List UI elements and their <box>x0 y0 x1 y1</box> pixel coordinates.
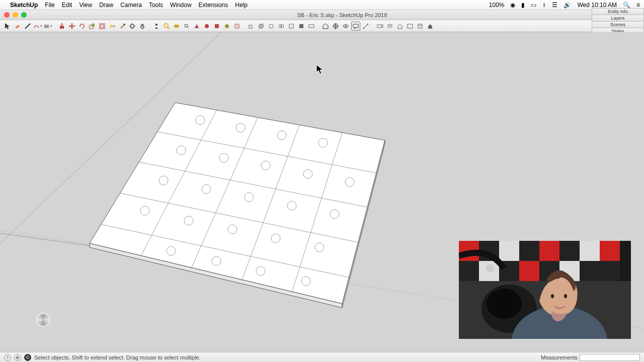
svg-rect-5 <box>92 24 95 27</box>
mac-menubar: SketchUp File Edit View Draw Camera Tool… <box>0 0 644 10</box>
menu-extensions[interactable]: Extensions <box>199 2 228 9</box>
status-info-icon[interactable]: ? <box>4 354 11 361</box>
home-icon[interactable] <box>395 22 405 31</box>
pushpull-tool-icon[interactable] <box>57 22 66 31</box>
rotate-tool-icon[interactable] <box>77 22 87 31</box>
zoom-tool-icon[interactable] <box>162 22 171 31</box>
svg-line-15 <box>168 27 169 29</box>
modeling-viewport[interactable] <box>0 32 644 352</box>
svg-rect-34 <box>353 24 358 28</box>
menu-edit[interactable]: Edit <box>62 2 72 9</box>
svg-point-63 <box>303 169 312 178</box>
offset-tool-icon[interactable] <box>98 22 107 31</box>
menu-draw[interactable]: Draw <box>99 2 113 9</box>
solid6-icon[interactable] <box>297 22 306 31</box>
extension3-icon[interactable] <box>212 22 221 31</box>
window-titlebar: SB - Eric S.skp - SketchUp Pro 2018 <box>0 10 644 20</box>
solid3-icon[interactable] <box>267 22 276 31</box>
svg-point-69 <box>330 210 339 219</box>
extension4-icon[interactable] <box>222 22 231 31</box>
menu-file[interactable]: File <box>45 2 54 9</box>
svg-rect-86 <box>580 241 600 261</box>
svg-point-20 <box>205 24 209 28</box>
globe-icon[interactable] <box>331 22 340 31</box>
person-tool-icon[interactable] <box>152 22 161 31</box>
extension2-icon[interactable] <box>202 22 211 31</box>
paint-tool-icon[interactable] <box>118 22 127 31</box>
puzzle-model[interactable] <box>90 103 385 308</box>
extension1-icon[interactable] <box>192 22 201 31</box>
clock[interactable]: Wed 10:10 AM <box>577 2 617 9</box>
svg-rect-84 <box>539 241 559 261</box>
eye-icon[interactable] <box>341 22 350 31</box>
shadow-icon[interactable] <box>426 22 435 31</box>
svg-point-72 <box>228 225 237 234</box>
tray-layers[interactable]: Layers <box>592 15 644 21</box>
svg-point-71 <box>184 216 193 225</box>
section-tool-icon[interactable] <box>172 22 181 31</box>
battery-icon[interactable]: ▮ <box>521 2 525 9</box>
menu-camera[interactable]: Camera <box>120 2 142 9</box>
menu-help[interactable]: Help <box>235 2 248 9</box>
bluetooth-icon[interactable]: ᚼ <box>542 2 546 9</box>
notifications-icon[interactable]: ≡ <box>636 2 640 9</box>
select-tool-icon[interactable] <box>3 22 12 31</box>
move-tool-icon[interactable] <box>67 22 76 31</box>
style-icon[interactable] <box>416 22 425 31</box>
menu-window[interactable]: Window <box>170 2 192 9</box>
rectangle-tool-icon[interactable] <box>43 22 52 31</box>
tape-tool-icon[interactable] <box>108 22 117 31</box>
siri-icon[interactable]: ◉ <box>510 2 515 9</box>
svg-rect-39 <box>408 24 413 28</box>
svg-point-33 <box>345 25 347 27</box>
svg-rect-40 <box>418 24 422 28</box>
zoom-level: 100% <box>489 2 505 9</box>
scale-tool-icon[interactable] <box>88 22 97 31</box>
status-credit-icon[interactable]: © <box>24 354 31 361</box>
tray-scenes[interactable]: Scenes <box>592 21 644 28</box>
solid2-icon[interactable] <box>257 22 266 31</box>
svg-point-102 <box>564 294 567 298</box>
svg-point-67 <box>245 193 254 202</box>
app-name[interactable]: SketchUp <box>10 2 38 9</box>
svg-point-77 <box>256 266 265 276</box>
close-icon[interactable] <box>4 12 10 18</box>
arc-tool-icon[interactable] <box>33 22 42 31</box>
measurements-label: Measurements <box>541 354 578 360</box>
line-tool-icon[interactable] <box>23 22 32 31</box>
extension5-icon[interactable] <box>232 22 242 31</box>
svg-line-19 <box>187 27 189 28</box>
orbit-tool-icon[interactable] <box>128 22 137 31</box>
zoom-window-icon[interactable] <box>182 22 191 31</box>
pan-tool-icon[interactable] <box>138 22 147 31</box>
solid1-icon[interactable] <box>247 22 256 31</box>
camera1-icon[interactable] <box>375 22 384 31</box>
status-bar: ? ⊕ © Select objects. Shift to extend se… <box>0 352 644 362</box>
display-icon[interactable]: ▭ <box>531 2 536 9</box>
layer-icon[interactable] <box>385 22 394 31</box>
minimize-icon[interactable] <box>13 12 18 18</box>
menu-tools[interactable]: Tools <box>149 2 163 9</box>
solid7-icon[interactable] <box>307 22 316 31</box>
menu-view[interactable]: View <box>79 2 92 9</box>
volume-icon[interactable]: 🔊 <box>564 2 571 9</box>
talk-icon[interactable] <box>351 22 360 31</box>
tray-entity-info[interactable]: Entity Info <box>592 8 644 15</box>
measurements-input[interactable] <box>580 354 640 361</box>
svg-point-66 <box>202 185 211 194</box>
spotlight-icon[interactable]: 🔍 <box>623 2 630 9</box>
svg-rect-95 <box>600 261 620 281</box>
toolbar <box>0 20 644 32</box>
solid5-icon[interactable] <box>287 22 296 31</box>
maximize-icon[interactable] <box>21 12 27 18</box>
svg-rect-28 <box>289 24 293 28</box>
wifi-icon[interactable]: ☰ <box>552 2 557 9</box>
eraser-tool-icon[interactable] <box>13 22 22 31</box>
svg-point-65 <box>159 176 168 185</box>
scene-icon[interactable] <box>406 22 415 31</box>
svg-point-64 <box>345 177 354 187</box>
status-geo-icon[interactable]: ⊕ <box>14 354 21 361</box>
solid4-icon[interactable] <box>277 22 286 31</box>
warehouse-icon[interactable] <box>321 22 330 31</box>
measure-icon[interactable] <box>361 22 370 31</box>
